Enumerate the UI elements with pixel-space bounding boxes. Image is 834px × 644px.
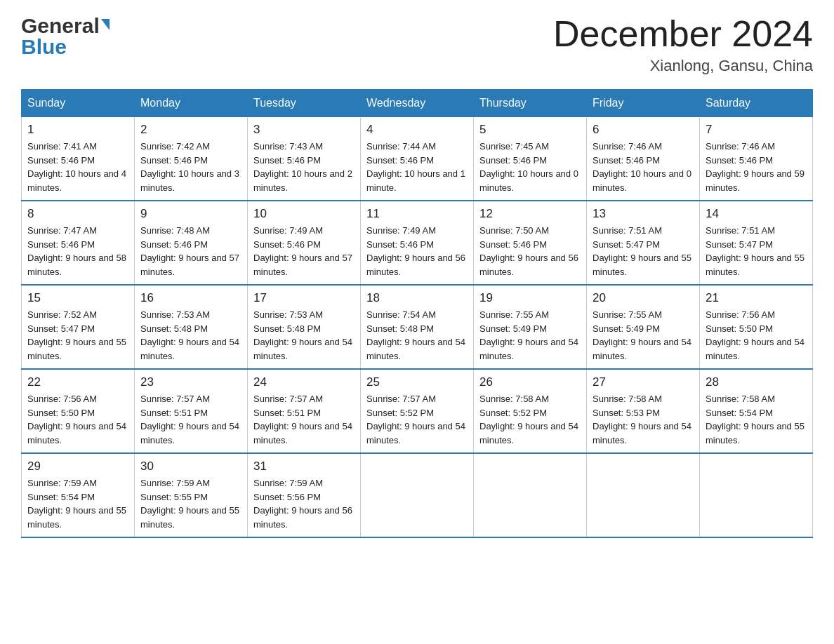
logo-general-text: General — [21, 14, 100, 38]
day-info: Sunrise: 7:59 AMSunset: 5:56 PMDaylight:… — [253, 476, 355, 531]
calendar-day-cell: 12 Sunrise: 7:50 AMSunset: 5:46 PMDaylig… — [474, 201, 587, 285]
day-number: 7 — [706, 123, 807, 137]
day-number: 8 — [27, 207, 128, 221]
location-title: Xianlong, Gansu, China — [553, 57, 813, 75]
day-number: 21 — [706, 291, 807, 305]
col-saturday: Saturday — [700, 90, 813, 117]
day-info: Sunrise: 7:56 AMSunset: 5:50 PMDaylight:… — [27, 392, 128, 447]
day-number: 18 — [366, 291, 468, 305]
day-info: Sunrise: 7:58 AMSunset: 5:53 PMDaylight:… — [593, 392, 694, 447]
calendar-day-cell: 30 Sunrise: 7:59 AMSunset: 5:55 PMDaylig… — [135, 453, 248, 537]
day-number: 10 — [253, 207, 355, 221]
calendar-day-cell: 31 Sunrise: 7:59 AMSunset: 5:56 PMDaylig… — [248, 453, 361, 537]
calendar-week-row: 1 Sunrise: 7:41 AMSunset: 5:46 PMDayligh… — [22, 117, 813, 201]
day-number: 15 — [27, 291, 128, 305]
day-number: 20 — [593, 291, 694, 305]
day-info: Sunrise: 7:49 AMSunset: 5:46 PMDaylight:… — [253, 224, 355, 279]
day-info: Sunrise: 7:57 AMSunset: 5:52 PMDaylight:… — [366, 392, 468, 447]
logo: General Blue — [21, 14, 110, 61]
day-info: Sunrise: 7:53 AMSunset: 5:48 PMDaylight:… — [253, 308, 355, 363]
col-friday: Friday — [587, 90, 700, 117]
calendar-week-row: 29 Sunrise: 7:59 AMSunset: 5:54 PMDaylig… — [22, 453, 813, 537]
calendar-day-cell: 1 Sunrise: 7:41 AMSunset: 5:46 PMDayligh… — [22, 117, 135, 201]
day-number: 19 — [479, 291, 581, 305]
calendar-day-cell: 23 Sunrise: 7:57 AMSunset: 5:51 PMDaylig… — [135, 369, 248, 453]
day-info: Sunrise: 7:51 AMSunset: 5:47 PMDaylight:… — [593, 224, 694, 279]
calendar-day-cell: 10 Sunrise: 7:49 AMSunset: 5:46 PMDaylig… — [248, 201, 361, 285]
day-info: Sunrise: 7:48 AMSunset: 5:46 PMDaylight:… — [140, 224, 241, 279]
day-number: 11 — [366, 207, 468, 221]
calendar-day-cell: 20 Sunrise: 7:55 AMSunset: 5:49 PMDaylig… — [587, 285, 700, 369]
calendar-table: Sunday Monday Tuesday Wednesday Thursday… — [21, 89, 813, 538]
day-info: Sunrise: 7:58 AMSunset: 5:52 PMDaylight:… — [479, 392, 581, 447]
day-number: 28 — [706, 375, 807, 389]
calendar-day-cell: 15 Sunrise: 7:52 AMSunset: 5:47 PMDaylig… — [22, 285, 135, 369]
day-info: Sunrise: 7:59 AMSunset: 5:55 PMDaylight:… — [140, 476, 241, 531]
calendar-day-cell: 19 Sunrise: 7:55 AMSunset: 5:49 PMDaylig… — [474, 285, 587, 369]
day-number: 23 — [140, 375, 241, 389]
calendar-day-cell — [474, 453, 587, 537]
calendar-day-cell: 18 Sunrise: 7:54 AMSunset: 5:48 PMDaylig… — [361, 285, 474, 369]
day-info: Sunrise: 7:42 AMSunset: 5:46 PMDaylight:… — [140, 140, 241, 194]
calendar-day-cell: 17 Sunrise: 7:53 AMSunset: 5:48 PMDaylig… — [248, 285, 361, 369]
day-number: 2 — [140, 123, 241, 137]
day-number: 22 — [27, 375, 128, 389]
calendar-day-cell: 5 Sunrise: 7:45 AMSunset: 5:46 PMDayligh… — [474, 117, 587, 201]
day-info: Sunrise: 7:53 AMSunset: 5:48 PMDaylight:… — [140, 308, 241, 363]
calendar-day-cell: 8 Sunrise: 7:47 AMSunset: 5:46 PMDayligh… — [22, 201, 135, 285]
day-info: Sunrise: 7:47 AMSunset: 5:46 PMDaylight:… — [27, 224, 128, 279]
calendar-day-cell: 14 Sunrise: 7:51 AMSunset: 5:47 PMDaylig… — [700, 201, 813, 285]
calendar-day-cell: 11 Sunrise: 7:49 AMSunset: 5:46 PMDaylig… — [361, 201, 474, 285]
day-info: Sunrise: 7:43 AMSunset: 5:46 PMDaylight:… — [253, 140, 355, 194]
day-number: 16 — [140, 291, 241, 305]
page-header: General Blue December 2024 Xianlong, Gan… — [21, 14, 813, 75]
calendar-day-cell: 29 Sunrise: 7:59 AMSunset: 5:54 PMDaylig… — [22, 453, 135, 537]
day-number: 25 — [366, 375, 468, 389]
calendar-day-cell: 2 Sunrise: 7:42 AMSunset: 5:46 PMDayligh… — [135, 117, 248, 201]
calendar-week-row: 8 Sunrise: 7:47 AMSunset: 5:46 PMDayligh… — [22, 201, 813, 285]
calendar-day-cell: 13 Sunrise: 7:51 AMSunset: 5:47 PMDaylig… — [587, 201, 700, 285]
calendar-day-cell: 21 Sunrise: 7:56 AMSunset: 5:50 PMDaylig… — [700, 285, 813, 369]
day-info: Sunrise: 7:52 AMSunset: 5:47 PMDaylight:… — [27, 308, 128, 363]
day-number: 12 — [479, 207, 581, 221]
day-info: Sunrise: 7:56 AMSunset: 5:50 PMDaylight:… — [706, 308, 807, 363]
day-info: Sunrise: 7:55 AMSunset: 5:49 PMDaylight:… — [593, 308, 694, 363]
day-number: 31 — [253, 459, 355, 474]
calendar-week-row: 15 Sunrise: 7:52 AMSunset: 5:47 PMDaylig… — [22, 285, 813, 369]
calendar-day-cell — [700, 453, 813, 537]
col-wednesday: Wednesday — [361, 90, 474, 117]
logo-blue-text: Blue — [21, 35, 67, 59]
day-number: 30 — [140, 459, 241, 474]
calendar-day-cell — [361, 453, 474, 537]
day-info: Sunrise: 7:44 AMSunset: 5:46 PMDaylight:… — [366, 140, 468, 194]
day-info: Sunrise: 7:49 AMSunset: 5:46 PMDaylight:… — [366, 224, 468, 279]
day-info: Sunrise: 7:54 AMSunset: 5:48 PMDaylight:… — [366, 308, 468, 363]
col-monday: Monday — [135, 90, 248, 117]
calendar-day-cell: 22 Sunrise: 7:56 AMSunset: 5:50 PMDaylig… — [22, 369, 135, 453]
calendar-day-cell: 27 Sunrise: 7:58 AMSunset: 5:53 PMDaylig… — [587, 369, 700, 453]
day-number: 6 — [593, 123, 694, 137]
col-thursday: Thursday — [474, 90, 587, 117]
calendar-day-cell: 6 Sunrise: 7:46 AMSunset: 5:46 PMDayligh… — [587, 117, 700, 201]
day-number: 5 — [479, 123, 581, 137]
calendar-day-cell: 26 Sunrise: 7:58 AMSunset: 5:52 PMDaylig… — [474, 369, 587, 453]
day-number: 9 — [140, 207, 241, 221]
day-info: Sunrise: 7:57 AMSunset: 5:51 PMDaylight:… — [140, 392, 241, 447]
day-number: 27 — [593, 375, 694, 389]
calendar-day-cell — [587, 453, 700, 537]
day-number: 29 — [27, 459, 128, 474]
day-info: Sunrise: 7:41 AMSunset: 5:46 PMDaylight:… — [27, 140, 128, 194]
calendar-day-cell: 16 Sunrise: 7:53 AMSunset: 5:48 PMDaylig… — [135, 285, 248, 369]
calendar-day-cell: 25 Sunrise: 7:57 AMSunset: 5:52 PMDaylig… — [361, 369, 474, 453]
calendar-day-cell: 3 Sunrise: 7:43 AMSunset: 5:46 PMDayligh… — [248, 117, 361, 201]
day-number: 3 — [253, 123, 355, 137]
day-info: Sunrise: 7:46 AMSunset: 5:46 PMDaylight:… — [706, 140, 807, 194]
day-info: Sunrise: 7:58 AMSunset: 5:54 PMDaylight:… — [706, 392, 807, 447]
col-tuesday: Tuesday — [248, 90, 361, 117]
day-info: Sunrise: 7:50 AMSunset: 5:46 PMDaylight:… — [479, 224, 581, 279]
day-number: 26 — [479, 375, 581, 389]
title-block: December 2024 Xianlong, Gansu, China — [553, 14, 813, 75]
col-sunday: Sunday — [22, 90, 135, 117]
day-info: Sunrise: 7:59 AMSunset: 5:54 PMDaylight:… — [27, 476, 128, 531]
calendar-week-row: 22 Sunrise: 7:56 AMSunset: 5:50 PMDaylig… — [22, 369, 813, 453]
